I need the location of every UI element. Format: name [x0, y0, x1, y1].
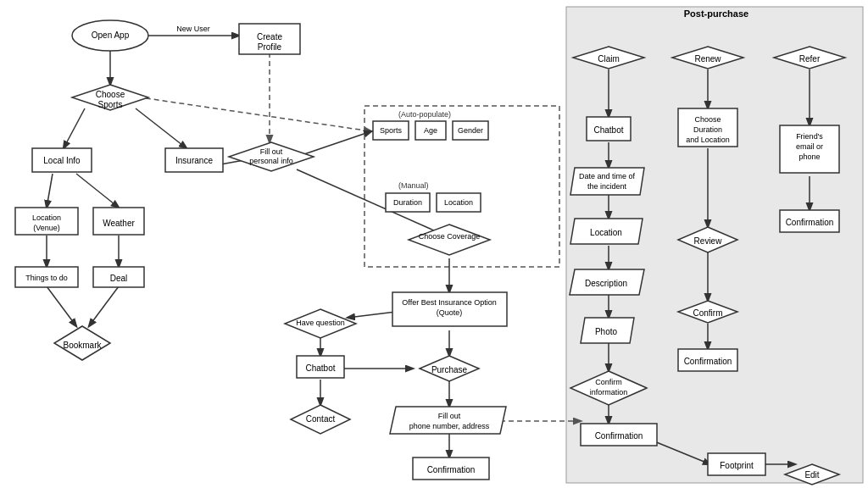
offer-insurance-node: Offer Best Insurance Option — [402, 298, 496, 307]
purchase-node: Purchase — [431, 365, 468, 374]
manual-label: (Manual) — [398, 181, 429, 190]
chatbot-left-node: Chatbot — [305, 363, 335, 373]
date-time-node2: the incident — [587, 182, 627, 191]
review-node: Review — [694, 236, 723, 246]
friend-email-node3: phone — [798, 152, 820, 161]
fill-phone-node2: phone number, address — [409, 422, 490, 430]
confirmation-refer-node: Confirmation — [786, 218, 834, 227]
choose-duration-node: Choose — [694, 115, 721, 124]
svg-line-6 — [76, 174, 119, 208]
choose-sports-node: Choose — [96, 90, 125, 99]
fill-personal-node: Fill out — [260, 147, 283, 156]
description-node: Description — [585, 279, 627, 288]
location-venue-node: Location — [32, 214, 61, 222]
bookmark-node: Bookmark — [63, 341, 102, 350]
offer-insurance-node2: (Quote) — [437, 308, 463, 317]
flowchart-svg: Post-purchase (Auto-populate) (Manual) N… — [0, 0, 868, 488]
age-node: Age — [424, 126, 437, 135]
auto-populate-label: (Auto-populate) — [398, 110, 451, 119]
svg-line-4 — [136, 108, 186, 148]
refer-node: Refer — [799, 54, 821, 64]
sports-node: Sports — [380, 126, 403, 135]
svg-line-9 — [47, 286, 76, 326]
contact-node: Contact — [306, 414, 336, 424]
chatbot-pp-node: Chatbot — [593, 125, 623, 135]
post-purchase-label: Post-purchase — [684, 8, 748, 19]
edit-node: Edit — [804, 470, 819, 480]
insurance-node: Insurance — [175, 156, 213, 165]
create-profile-node: Create — [257, 32, 282, 42]
choose-coverage-node: Choose Coverage — [419, 232, 481, 241]
confirm-node: Confirm — [693, 308, 722, 318]
date-time-node: Date and time of — [579, 172, 636, 180]
weather-node: Weather — [103, 219, 135, 228]
claim-node: Claim — [598, 54, 620, 64]
new-user-label: New User — [176, 25, 210, 33]
deal-node: Deal — [110, 274, 128, 283]
confirmation-renew-node: Confirmation — [684, 357, 732, 366]
choose-duration-node3: and Location — [686, 136, 730, 144]
choose-duration-node2: Duration — [693, 125, 722, 134]
svg-line-15 — [297, 131, 371, 157]
svg-line-5 — [47, 174, 53, 208]
svg-line-10 — [89, 286, 119, 326]
footprint-node: Footprint — [720, 461, 754, 470]
gender-node: Gender — [458, 126, 483, 135]
svg-line-14 — [129, 96, 371, 131]
renew-node: Renew — [694, 54, 721, 64]
have-question-node: Have question — [296, 319, 345, 327]
open-app-node: Open App — [92, 30, 130, 40]
confirm-info-node: Confirm — [595, 378, 622, 386]
confirmation-pp-node: Confirmation — [595, 431, 643, 441]
fill-phone-node: Fill out — [438, 412, 461, 420]
svg-line-18 — [348, 312, 396, 318]
choose-sports-node2: Sports — [98, 100, 123, 109]
location-pp-node: Location — [590, 228, 622, 237]
fill-personal-node2: personal info — [249, 157, 293, 165]
create-profile-node2: Profile — [258, 42, 282, 52]
confirmation-bottom-node: Confirmation — [427, 465, 476, 474]
flowchart-canvas: Post-purchase (Auto-populate) (Manual) N… — [0, 0, 868, 488]
location-node: Location — [444, 198, 473, 207]
svg-line-3 — [64, 108, 85, 148]
photo-node: Photo — [595, 327, 618, 336]
things-to-do-node: Things to do — [25, 274, 68, 282]
duration-node: Duration — [393, 198, 422, 207]
location-venue-node2: (Venue) — [33, 224, 60, 232]
confirm-info-node2: information — [590, 388, 628, 396]
friend-email-node2: email or — [796, 142, 823, 151]
friend-email-node: Friend's — [796, 132, 823, 141]
local-info-node: Local Info — [43, 156, 81, 165]
